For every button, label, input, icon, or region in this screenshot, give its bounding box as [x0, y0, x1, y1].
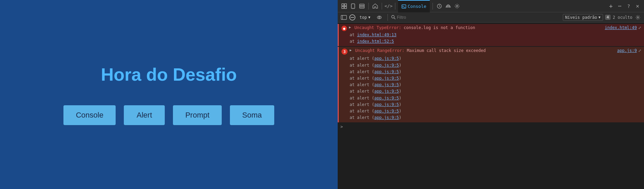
typeerror-expand[interactable]: ▶	[349, 25, 351, 29]
rangeerror-stack: at alert (app.js:9:5) at alert (app.js:9…	[341, 55, 641, 121]
rangeerror-stack-link-1[interactable]: app.js:9:5	[374, 56, 399, 61]
rangeerror-source-link[interactable]: app.js:9	[617, 48, 637, 53]
sec-sep-1	[387, 14, 388, 21]
rangeerror-stack-link-10[interactable]: app.js:9:5	[374, 115, 399, 120]
page-title: Hora do Desafio	[101, 64, 237, 85]
console-content: ● ▶ Uncaught TypeError: console.log is n…	[338, 23, 644, 189]
rangeerror-stack-line-9: at alert (app.js:9:5)	[350, 108, 641, 114]
filter-input[interactable]	[397, 15, 561, 20]
svg-point-18	[637, 17, 639, 18]
top-frame-dropdown[interactable]: top ▼	[357, 14, 372, 21]
rangeerror-stack-link-6[interactable]: app.js:9:5	[374, 89, 399, 94]
svg-rect-9	[402, 5, 406, 8]
typeerror-badge: ●	[341, 26, 347, 31]
sidebar-toggle-icon[interactable]	[340, 14, 347, 21]
typeerror-stack-link-1[interactable]: index.html:49:13	[357, 32, 397, 37]
svg-point-5	[353, 8, 353, 8]
inspect-icon[interactable]	[340, 2, 348, 10]
rangeerror-anchor-icon: ⤢	[638, 49, 641, 53]
console-tab[interactable]: Console	[398, 0, 430, 12]
svg-point-14	[377, 16, 381, 19]
toolbar-sep-3	[395, 3, 395, 10]
svg-point-15	[379, 17, 380, 18]
rangeerror-stack-line-7: at alert (app.js:9:5)	[350, 95, 641, 102]
rangeerror-stack-line-3: at alert (app.js:9:5)	[350, 69, 641, 75]
rangeerror-stack-line-10: at alert (app.js:9:5)	[350, 114, 641, 121]
settings-icon[interactable]	[453, 2, 461, 10]
typeerror-stack-line-2: at index.html:52:5	[350, 38, 641, 45]
rangeerror-expand[interactable]: ▶	[350, 48, 352, 52]
buttons-row: Console Alert Prompt Soma	[63, 105, 274, 125]
error-count-badge: 4	[605, 15, 611, 20]
devtools-toolbar: </> Console + ⋯ ? ✕	[338, 0, 644, 12]
rangeerror-message[interactable]: Uncaught RangeError: Maximum call stack …	[355, 48, 614, 53]
alert-button[interactable]: Alert	[124, 105, 165, 125]
typeerror-stack-link-2[interactable]: index.html:52:5	[357, 39, 394, 44]
svg-rect-2	[342, 6, 344, 9]
svg-rect-12	[341, 15, 347, 19]
rangeerror-stack-link-5[interactable]: app.js:9:5	[374, 82, 399, 87]
rangeerror-stack-line-1: at alert (app.js:9:5)	[350, 55, 641, 62]
svg-line-17	[394, 18, 395, 19]
layers-icon[interactable]	[358, 2, 366, 10]
error-block-typeerror: ● ▶ Uncaught TypeError: console.log is n…	[338, 24, 644, 46]
hidden-count-label[interactable]: 2 oculto	[613, 15, 632, 20]
rangeerror-stack-link-4[interactable]: app.js:9:5	[374, 76, 399, 81]
rangeerror-stack-line-5: at alert (app.js:9:5)	[350, 82, 641, 88]
toolbar-sep-2	[382, 3, 382, 10]
error-block-rangeerror: 3 ▶ Uncaught RangeError: Maximum call st…	[338, 47, 644, 122]
typeerror-stack: at index.html:49:13 at index.html:52:5	[341, 32, 641, 45]
svg-point-11	[456, 5, 458, 7]
watch-expressions-icon[interactable]	[375, 15, 384, 20]
rangeerror-stack-link-8[interactable]: app.js:9:5	[374, 102, 399, 107]
top-frame-label: top	[360, 15, 367, 20]
code-icon[interactable]: </>	[385, 2, 392, 10]
clear-console-icon[interactable]	[349, 14, 355, 21]
devtools-panel: </> Console + ⋯ ? ✕	[338, 0, 644, 189]
console-settings-icon[interactable]	[634, 14, 641, 21]
main-page: Hora do Desafio Console Alert Prompt Som…	[0, 0, 338, 189]
filter-wrap	[391, 15, 561, 20]
console-tab-label: Console	[408, 4, 426, 9]
performance-icon[interactable]	[436, 2, 443, 10]
levels-arrow: ▼	[599, 15, 601, 19]
typeerror-source-link[interactable]: index.html:49	[605, 25, 637, 30]
network-icon[interactable]	[444, 2, 452, 10]
typeerror-anchor-icon: ⤢	[638, 26, 641, 30]
rangeerror-stack-line-6: at alert (app.js:9:5)	[350, 88, 641, 95]
console-prompt-arrow[interactable]: >	[338, 123, 644, 131]
typeerror-stack-line-1: at index.html:49:13	[350, 32, 641, 38]
filter-icon	[391, 15, 396, 19]
rangeerror-stack-link-3[interactable]: app.js:9:5	[374, 69, 399, 74]
close-devtools-icon[interactable]: ✕	[634, 2, 641, 10]
devtools-secondary-bar: top ▼ Níveis padrão ▼ 4 2 oculto	[338, 12, 644, 23]
rangeerror-stack-link-2[interactable]: app.js:9:5	[374, 63, 399, 68]
rangeerror-stack-line-4: at alert (app.js:9:5)	[350, 75, 641, 82]
svg-rect-0	[342, 4, 344, 6]
device-icon[interactable]	[349, 2, 357, 10]
svg-rect-3	[345, 6, 347, 9]
rangeerror-stack-line-8: at alert (app.js:9:5)	[350, 102, 641, 108]
prompt-button[interactable]: Prompt	[173, 105, 222, 125]
home-icon[interactable]	[371, 2, 379, 10]
svg-rect-7	[360, 4, 364, 5]
svg-point-16	[392, 15, 394, 18]
rangeerror-stack-link-9[interactable]: app.js:9:5	[374, 109, 399, 113]
levels-dropdown[interactable]: Níveis padrão ▼	[563, 14, 603, 21]
typeerror-message[interactable]: Uncaught TypeError: console.log is not a…	[354, 25, 602, 30]
add-tab-icon[interactable]: +	[607, 2, 615, 10]
help-icon[interactable]: ?	[625, 2, 632, 10]
levels-label: Níveis padrão	[565, 15, 597, 20]
console-button[interactable]: Console	[63, 105, 116, 125]
soma-button[interactable]: Soma	[230, 105, 274, 125]
toolbar-sep-1	[368, 3, 369, 10]
svg-rect-1	[345, 4, 347, 6]
toolbar-sep-4	[433, 3, 433, 10]
more-options-icon[interactable]: ⋯	[616, 2, 624, 10]
rangeerror-stack-line-2: at alert (app.js:9:5)	[350, 62, 641, 69]
rangeerror-badge: 3	[341, 49, 348, 55]
rangeerror-stack-link-7[interactable]: app.js:9:5	[374, 96, 399, 100]
top-frame-arrow: ▼	[368, 15, 370, 19]
svg-rect-8	[360, 7, 364, 8]
